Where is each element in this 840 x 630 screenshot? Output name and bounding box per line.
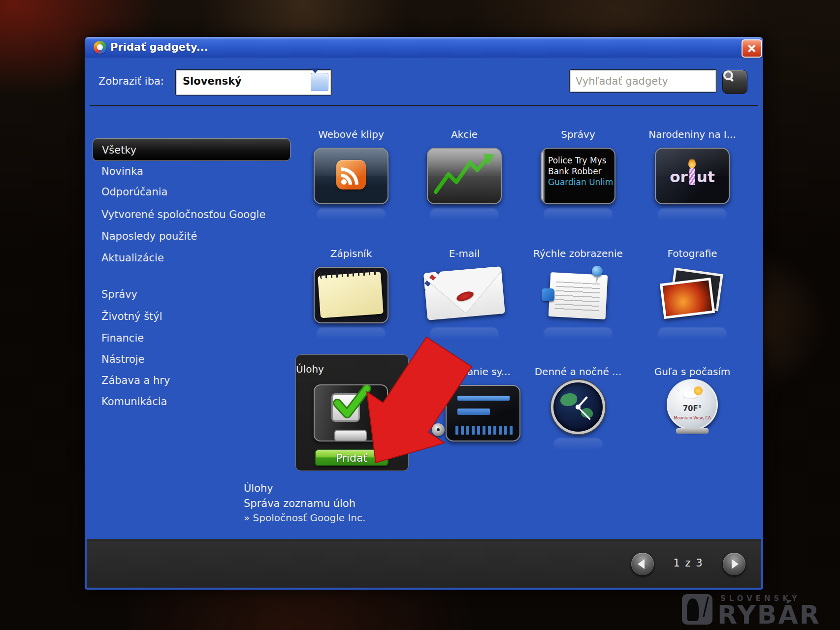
- sidebar-item-by-google[interactable]: Vytvorené spoločnosťou Google: [93, 204, 291, 225]
- gadget-label: Denné a nočné ...: [529, 365, 627, 378]
- gadget-description-title: Úlohy: [244, 482, 273, 494]
- watermark: SLOVENSKÝ RYBÁR: [682, 593, 837, 628]
- sidebar-item-fun-games[interactable]: Zábava a hry: [93, 370, 291, 391]
- sidebar-item-tools[interactable]: Nástroje: [93, 348, 291, 370]
- next-page-button[interactable]: [723, 553, 745, 575]
- arrow-left-icon: [638, 559, 645, 569]
- stock-chart-icon[interactable]: [427, 148, 502, 204]
- envelope-icon[interactable]: [427, 267, 502, 323]
- news-source-link: Guardian Unlim: [548, 177, 614, 188]
- location-label: Mountain View, CA: [668, 416, 716, 420]
- paper-tray: [334, 430, 367, 441]
- tile-reflection: [658, 327, 727, 340]
- tile-reflection: [317, 208, 386, 221]
- add-gadgets-dialog: Pridať gadgety... Zobraziť iba: Slovensk…: [85, 37, 763, 590]
- gadget-cell-quickview[interactable]: Rýchle zobrazenie: [529, 247, 627, 340]
- news-headline: Police Try Mys: [548, 155, 614, 166]
- news-thumbnail[interactable]: Police Try Mys Bank Robber Guardian Unli…: [541, 148, 615, 204]
- gadget-label: Úlohy: [296, 363, 408, 376]
- search-input[interactable]: [570, 70, 716, 92]
- gadget-label: Rýchle zobrazenie: [529, 247, 627, 260]
- spiral-paper: [318, 272, 384, 318]
- search-button[interactable]: [722, 70, 747, 94]
- selected-gadget-card-tasks[interactable]: Úlohy Pridať: [295, 354, 409, 471]
- sidebar-item-communication[interactable]: Komunikácia: [93, 391, 291, 412]
- chevron-down-icon: [311, 68, 319, 83]
- tile-reflection: [544, 208, 613, 221]
- header-separator: [90, 105, 758, 106]
- close-button[interactable]: [742, 39, 762, 58]
- gadget-cell-photos[interactable]: Fotografie: [643, 247, 742, 340]
- document-pin-icon[interactable]: [541, 267, 615, 323]
- dropdown-button[interactable]: [311, 73, 328, 91]
- tile-reflection: [317, 327, 386, 340]
- sidebar-item-recommendations[interactable]: Odporúčania: [93, 181, 291, 203]
- sidebar-item-all[interactable]: Všetky: [93, 138, 291, 161]
- google-desktop-icon: [94, 41, 106, 54]
- sidebar-item-finance[interactable]: Financie: [93, 327, 291, 349]
- gadget-label: Fotografie: [643, 247, 742, 260]
- temperature-label: 70F°: [668, 404, 716, 413]
- gadget-cell-webclips[interactable]: Webové klipy: [302, 128, 400, 221]
- quickview-logo: [542, 288, 554, 301]
- language-dropdown-value: Slovenský: [183, 75, 242, 87]
- gadget-label: Narodeniny na I...: [643, 128, 742, 141]
- dialog-title: Pridať gadgety...: [110, 41, 208, 53]
- filter-label: Zobraziť iba:: [98, 75, 164, 87]
- news-headline: Bank Robber: [548, 166, 614, 177]
- language-dropdown[interactable]: Slovenský: [176, 70, 331, 95]
- gadget-cell-orkut-birthdays[interactable]: Narodeniny na I... orut: [643, 128, 742, 221]
- globe-base: [676, 428, 709, 434]
- gadget-label: Akcie: [415, 128, 514, 141]
- gadget-cell-system-monitor[interactable]: Monitorovanie sy...: [415, 365, 514, 441]
- page-indicator: 1 z 3: [654, 557, 723, 569]
- gadget-label: Webové klipy: [302, 128, 400, 141]
- dialog-titlebar[interactable]: Pridať gadgety...: [85, 37, 763, 58]
- rss-webclips-icon[interactable]: [314, 148, 388, 204]
- gadget-label: Monitorovanie sy...: [415, 365, 514, 378]
- equalizer-bars: [455, 426, 515, 435]
- sidebar-item-updates[interactable]: Aktualizácie: [93, 247, 291, 269]
- tasks-checkmark-icon[interactable]: [314, 384, 388, 441]
- gadget-cell-weather-globe[interactable]: Guľa s počasím 70F° Mountain View, CA: [643, 365, 742, 434]
- gadget-cell-stocks[interactable]: Akcie: [415, 128, 514, 221]
- gadget-cell-notepad[interactable]: Zápisník: [302, 247, 400, 340]
- system-monitor-icon[interactable]: [446, 385, 520, 441]
- gadget-description-subtitle: Správa zoznamu úloh: [244, 498, 355, 509]
- add-gadget-button[interactable]: Pridať: [315, 449, 388, 466]
- sun-icon: [694, 386, 703, 395]
- notepad-icon[interactable]: [314, 267, 388, 323]
- tile-reflection: [553, 438, 603, 451]
- gadget-vendor-link[interactable]: » Spoločnosť Google Inc.: [244, 512, 365, 524]
- disc-icon: [432, 423, 445, 436]
- tile-reflection: [544, 327, 613, 340]
- gadget-label: Guľa s počasím: [643, 365, 742, 378]
- orkut-candle-icon[interactable]: orut: [655, 148, 730, 204]
- weather-globe-icon[interactable]: 70F° Mountain View, CA: [667, 379, 718, 430]
- checkmark-icon: [331, 384, 373, 420]
- gadget-cell-news[interactable]: Správy Police Try Mys Bank Robber Guardi…: [529, 128, 627, 221]
- gadget-label: Správy: [529, 128, 627, 141]
- photos-icon[interactable]: [655, 267, 730, 323]
- arrow-right-icon: [732, 559, 739, 569]
- tile-reflection: [430, 208, 499, 221]
- sidebar-item-new[interactable]: Novinka: [93, 160, 291, 182]
- gadget-cell-email[interactable]: E-mail: [415, 247, 514, 340]
- sidebar-item-lifestyle[interactable]: Životný štýl: [93, 306, 291, 327]
- gadget-label: Zápisník: [302, 247, 400, 260]
- tile-reflection: [658, 208, 727, 221]
- desktop-background: Pridať gadgety... Zobraziť iba: Slovensk…: [0, 0, 840, 630]
- tile-reflection: [430, 327, 499, 340]
- sidebar-item-news[interactable]: Správy: [93, 284, 291, 305]
- document-page: [549, 272, 608, 319]
- pushpin-icon: [592, 266, 603, 277]
- watermark-bottom-text: RYBÁR: [717, 600, 821, 630]
- fisherman-logo: [682, 594, 712, 625]
- gadget-cell-day-night-clock[interactable]: Denné a nočné ...: [529, 365, 627, 451]
- clock-icon[interactable]: [551, 380, 605, 434]
- sidebar-item-recently-used[interactable]: Naposledy použité: [93, 225, 291, 247]
- gadget-label: E-mail: [415, 247, 514, 260]
- prev-page-button[interactable]: [631, 553, 654, 575]
